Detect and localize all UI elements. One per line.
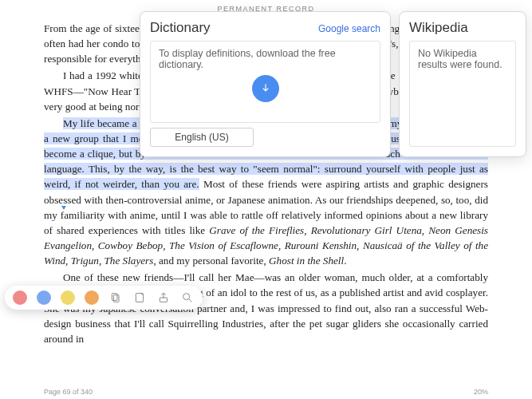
download-dictionary-button[interactable] xyxy=(252,75,279,102)
google-search-link[interactable]: Google search xyxy=(318,23,380,34)
svg-point-4 xyxy=(183,294,190,300)
italic-title: Ghost in the Shell xyxy=(269,255,344,267)
annotation-toolbar xyxy=(5,286,203,310)
text: , and my personal favorite, xyxy=(153,255,269,267)
highlight-orange-button[interactable] xyxy=(85,290,99,305)
svg-rect-3 xyxy=(160,298,167,302)
note-button[interactable] xyxy=(132,290,147,305)
selection-handle-icon[interactable] xyxy=(61,206,66,210)
wikipedia-message: No Wikipedia results were found. xyxy=(418,48,502,70)
language-select[interactable]: English (US) xyxy=(150,128,254,147)
note-icon xyxy=(133,291,146,304)
search-icon xyxy=(181,291,194,304)
highlight-blue-button[interactable] xyxy=(37,290,51,305)
download-icon xyxy=(260,83,271,94)
dictionary-message: To display definitions, download the fre… xyxy=(159,48,336,70)
search-button[interactable] xyxy=(180,290,195,305)
text: . xyxy=(344,255,346,267)
copy-icon xyxy=(109,291,122,304)
highlight-yellow-button[interactable] xyxy=(61,290,75,305)
page-indicator: Page 69 of 340 xyxy=(44,388,93,396)
wikipedia-card: Wikipedia No Wikipedia results were foun… xyxy=(399,11,526,157)
wikipedia-title: Wikipedia xyxy=(409,20,468,36)
svg-rect-1 xyxy=(112,294,117,301)
dictionary-card: Dictionary Google search To display defi… xyxy=(140,11,391,157)
dictionary-title: Dictionary xyxy=(150,20,211,36)
copy-button[interactable] xyxy=(108,290,123,305)
share-button[interactable] xyxy=(156,290,171,305)
share-icon xyxy=(157,291,170,304)
svg-rect-0 xyxy=(113,295,119,302)
dictionary-body: To display definitions, download the fre… xyxy=(150,41,380,123)
footer: Page 69 of 340 20% xyxy=(0,388,532,396)
highlight-red-button[interactable] xyxy=(13,290,27,305)
wikipedia-body: No Wikipedia results were found. xyxy=(409,41,516,147)
progress-percent: 20% xyxy=(474,388,488,396)
